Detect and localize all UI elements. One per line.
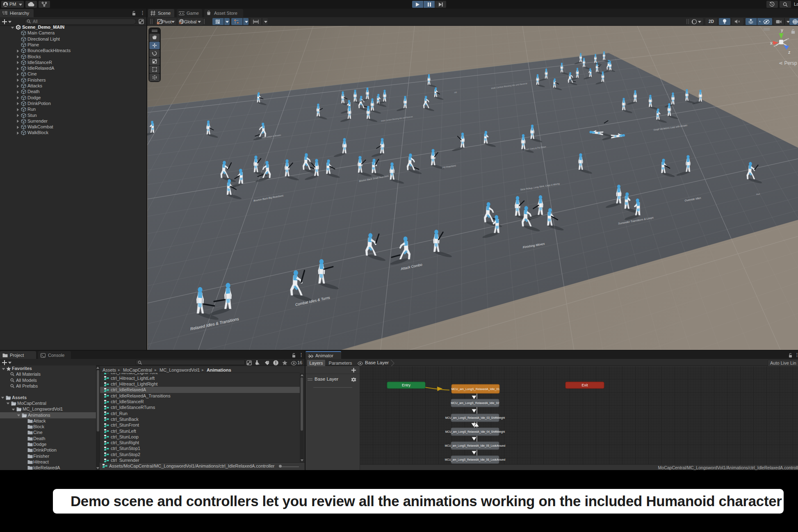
svg-text:MCU_am_LongS_RelaxedA_Idle_05_: MCU_am_LongS_RelaxedA_Idle_05_LookAround: [445, 444, 506, 448]
svg-text:Entry: Entry: [402, 383, 411, 387]
svg-text:Exit: Exit: [581, 383, 588, 387]
svg-text:Y: Y: [218, 21, 220, 24]
svg-text:y: y: [781, 27, 783, 32]
svg-text:MCU_am_LongS_RelaxedA_Idle_03_: MCU_am_LongS_RelaxedA_Idle_03_ShiftWeigh…: [445, 416, 505, 420]
svg-text:x: x: [770, 41, 773, 46]
svg-text:z: z: [788, 50, 791, 55]
svg-text:MCU_am_LongS_RelaxedA_Idle_02: MCU_am_LongS_RelaxedA_Idle_02: [451, 401, 499, 405]
svg-text:MCU_am_LongS_RelaxedA_Idle_06_: MCU_am_LongS_RelaxedA_Idle_06_LookAround: [445, 458, 506, 461]
svg-text:MCU_am_LongS_RelaxedA_Idle_01: MCU_am_LongS_RelaxedA_Idle_01: [451, 387, 500, 391]
svg-text:MCU_am_LongS_RelaxedA_Idle_04_: MCU_am_LongS_RelaxedA_Idle_04_ShiftWeigh…: [445, 430, 505, 434]
svg-text:⋖ Persp: ⋖ Persp: [779, 60, 797, 66]
